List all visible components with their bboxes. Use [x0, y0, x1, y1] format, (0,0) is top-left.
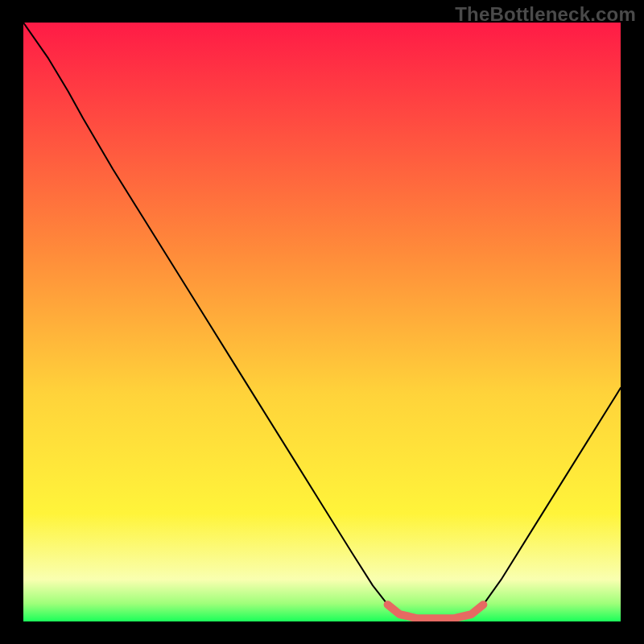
- chart-frame: TheBottleneck.com: [0, 0, 644, 644]
- watermark-text: TheBottleneck.com: [455, 3, 636, 26]
- chart-plot: [23, 23, 621, 621]
- chart-svg: [23, 23, 621, 621]
